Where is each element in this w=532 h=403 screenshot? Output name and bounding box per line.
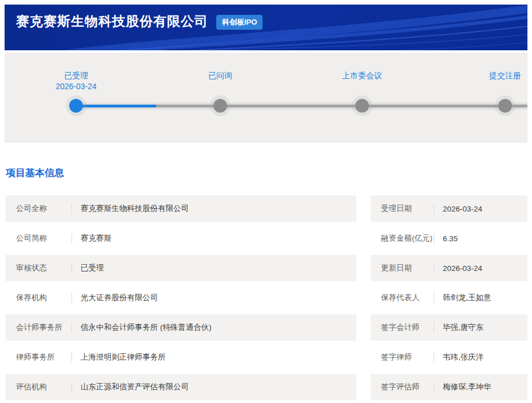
label-value-divider <box>434 352 434 362</box>
info-row-label: 保荐机构 <box>16 293 72 303</box>
label-value-divider <box>72 293 72 303</box>
label-value-divider <box>72 233 72 244</box>
timeline-stage-label: 上市委会议 <box>342 70 382 81</box>
info-row-label: 保荐代表人 <box>381 293 434 303</box>
info-row: 保荐代表人 韩剑龙,王如意 <box>371 285 527 311</box>
timeline-stage-dot <box>498 99 512 113</box>
info-row-label: 更新日期 <box>381 263 434 273</box>
timeline-stage-dot <box>213 99 227 113</box>
timeline-stage-label: 已受理 <box>55 70 97 81</box>
market-board-badge: 科创板IPO <box>216 15 263 30</box>
info-row-value: 梅修琛,李坤华 <box>443 382 491 392</box>
label-value-divider <box>72 352 72 362</box>
company-name-title: 赛克赛斯生物科技股份有限公司 <box>16 13 208 30</box>
label-value-divider <box>72 382 72 392</box>
info-row-value: 赛克赛斯生物科技股份有限公司 <box>81 204 189 214</box>
info-row: 公司全称 赛克赛斯生物科技股份有限公司 <box>6 195 356 222</box>
label-value-divider <box>434 382 434 392</box>
project-basic-info-table: 公司全称 赛克赛斯生物科技股份有限公司 公司简称 赛克赛斯 审核状态 已受理 保… <box>6 195 527 403</box>
info-row: 保荐机构 光大证券股份有限公司 <box>6 285 356 311</box>
info-row-value: 已受理 <box>81 263 104 273</box>
review-progress-timeline: 已受理 2026-03-24 已问询 上市委会议 提交注册 <box>5 53 527 143</box>
info-row: 签字律师 韦玮,张庆洋 <box>371 344 527 370</box>
info-row: 融资金额(亿元) 6.35 <box>371 225 527 252</box>
timeline-stage-label: 已问询 <box>208 70 232 81</box>
info-row-label: 评估机构 <box>16 382 72 392</box>
info-row-label: 签字评估师 <box>381 382 434 392</box>
info-row-value: 山东正源和信资产评估有限公司 <box>81 382 189 392</box>
label-value-divider <box>434 263 434 273</box>
info-column-left: 公司全称 赛克赛斯生物科技股份有限公司 公司简称 赛克赛斯 审核状态 已受理 保… <box>6 195 356 403</box>
info-row-label: 签字律师 <box>381 352 434 362</box>
info-row-value: 光大证券股份有限公司 <box>81 293 158 303</box>
info-row-label: 签字会计师 <box>381 322 434 333</box>
info-row-value: 毕强,唐守东 <box>443 322 483 333</box>
info-row-value: 赛克赛斯 <box>81 233 112 244</box>
info-row-label: 公司全称 <box>16 204 72 214</box>
timeline-stage-dot <box>69 99 83 113</box>
info-row: 评估机构 山东正源和信资产评估有限公司 <box>6 374 356 400</box>
label-value-divider <box>72 322 72 333</box>
label-value-divider <box>72 204 72 214</box>
info-row: 签字会计师 毕强,唐守东 <box>371 314 527 341</box>
info-row: 签字评估师 梅修琛,李坤华 <box>371 374 527 400</box>
info-row-label: 律师事务所 <box>16 352 72 362</box>
label-value-divider <box>72 263 72 273</box>
section-title-basic-info: 项目基本信息 <box>6 166 64 179</box>
timeline-progress-bar <box>76 105 156 107</box>
info-row-value: 韩剑龙,王如意 <box>443 293 491 303</box>
info-row-value: 6.35 <box>443 234 458 243</box>
timeline-stage-dot <box>355 99 369 113</box>
info-row: 律师事务所 上海澄明则正律师事务所 <box>6 344 356 370</box>
info-row: 公司简称 赛克赛斯 <box>6 225 356 252</box>
info-row-label: 融资金额(亿元) <box>381 233 434 244</box>
info-row-label: 受理日期 <box>381 204 434 214</box>
info-row-value: 上海澄明则正律师事务所 <box>81 352 166 362</box>
company-banner: 赛克赛斯生物科技股份有限公司 科创板IPO <box>5 5 527 50</box>
info-row: 审核状态 已受理 <box>6 255 356 281</box>
info-row: 受理日期 2026-03-24 <box>371 195 527 222</box>
page: 赛克赛斯生物科技股份有限公司 科创板IPO 已受理 2026-03-24 已问询… <box>0 0 532 403</box>
info-row-value: 信永中和会计师事务所 (特殊普通合伙) <box>81 322 212 333</box>
info-row-value: 2026-03-24 <box>443 264 482 273</box>
label-value-divider <box>434 293 434 303</box>
info-row-label: 公司简称 <box>16 233 72 244</box>
label-value-divider <box>434 322 434 333</box>
info-row-label: 会计师事务所 <box>16 322 72 333</box>
timeline-stage-label: 提交注册 <box>489 70 521 81</box>
info-row-value: 韦玮,张庆洋 <box>443 352 483 362</box>
label-value-divider <box>434 204 434 214</box>
info-row: 会计师事务所 信永中和会计师事务所 (特殊普通合伙) <box>6 314 356 341</box>
timeline-stage-date: 2026-03-24 <box>55 81 97 92</box>
info-column-right: 受理日期 2026-03-24 融资金额(亿元) 6.35 更新日期 2026-… <box>371 195 527 403</box>
label-value-divider <box>434 233 434 244</box>
info-row-label: 审核状态 <box>16 263 72 273</box>
info-row: 更新日期 2026-03-24 <box>371 255 527 281</box>
info-row-value: 2026-03-24 <box>443 205 482 213</box>
